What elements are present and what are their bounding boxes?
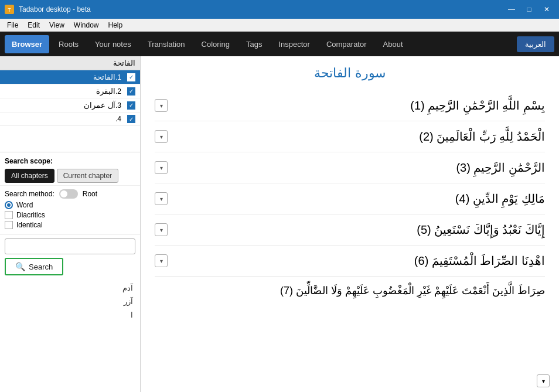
- search-method-label: Search method:: [5, 190, 54, 198]
- current-chapter-button[interactable]: Current chapter: [57, 169, 118, 183]
- diacritics-label: Diacritics: [16, 211, 45, 219]
- verse-dropdown-2[interactable]: ▾: [155, 130, 168, 143]
- search-method-section: Search method: Root Word Diacritics Iden…: [0, 186, 140, 235]
- toggle-knob: [60, 190, 67, 197]
- result-item-2[interactable]: آزر: [0, 295, 140, 308]
- search-scope-section: Search scope: All chapters Current chapt…: [0, 152, 140, 186]
- search-method-row: Search method: Root: [5, 189, 135, 199]
- search-scope-label: Search scope:: [5, 157, 135, 165]
- verse-dropdown-6[interactable]: ▾: [155, 254, 168, 267]
- window-controls: — □ ✕: [504, 4, 554, 15]
- verse-row-6: اهْدِنَا الصِّرَاطَ الْمُسْتَقِيمَ (6) ▾: [155, 246, 545, 277]
- word-radio[interactable]: [5, 201, 13, 209]
- right-panel: سورة الفاتحة بِسْمِ اللَّهِ الرَّحْمَٰنِ…: [141, 56, 559, 392]
- chapter-num-4: 4.: [115, 115, 121, 123]
- chapter-checkbox-1[interactable]: ✓: [127, 73, 135, 81]
- diacritics-checkbox[interactable]: [5, 211, 13, 219]
- chapter-num-3: 3.: [115, 101, 121, 110]
- menu-view[interactable]: View: [45, 20, 69, 30]
- verse-row-2: الْحَمْدُ لِلَّهِ رَبِّ الْعَالَمِينَ (2…: [155, 121, 545, 152]
- verse-text-1: بِسْمِ اللَّهِ الرَّحْمَٰنِ الرَّحِيمِ (…: [175, 96, 545, 115]
- close-button[interactable]: ✕: [539, 4, 554, 15]
- chapter-item-2[interactable]: ✓ 2. البقرة: [0, 84, 140, 98]
- radio-dot: [7, 203, 11, 207]
- nav-browser[interactable]: Browser: [5, 35, 49, 53]
- word-radio-row[interactable]: Word: [5, 201, 135, 209]
- verse-row-5: إِيَّاكَ نَعْبُدُ وَإِيَّاكَ نَسْتَعِينُ…: [155, 214, 545, 246]
- verse-dropdown-1[interactable]: ▾: [155, 99, 168, 112]
- menu-help[interactable]: Help: [104, 20, 128, 30]
- result-item-1[interactable]: آدم: [0, 281, 140, 295]
- root-label: Root: [83, 190, 97, 198]
- search-input[interactable]: [5, 238, 135, 254]
- verse-dropdown-5[interactable]: ▾: [155, 223, 168, 236]
- verse-row-7: صِرَاطَ الَّذِينَ أَنْعَمْتَ عَلَيْهِمْ …: [155, 277, 545, 305]
- main-layout: الفاتحة ✓ 1. الفاتحة ✓ 2. البقرة ✓ 3. آل…: [0, 56, 559, 392]
- search-button[interactable]: 🔍 Search: [5, 258, 63, 275]
- menubar: File Edit View Window Help: [0, 19, 559, 32]
- chapter-item-3[interactable]: ✓ 3. آل عمران: [0, 98, 140, 113]
- all-chapters-button[interactable]: All chapters: [5, 169, 54, 183]
- chapter-name-1: الفاتحة: [5, 73, 115, 81]
- nav-tags[interactable]: Tags: [239, 35, 269, 53]
- root-toggle[interactable]: [59, 189, 78, 199]
- verse-row-1: بِسْمِ اللَّهِ الرَّحْمَٰنِ الرَّحِيمِ (…: [155, 90, 545, 121]
- verse-text-6: اهْدِنَا الصِّرَاطَ الْمُسْتَقِيمَ (6): [175, 251, 545, 270]
- verse-text-5: إِيَّاكَ نَعْبُدُ وَإِيَّاكَ نَسْتَعِينُ…: [175, 220, 545, 239]
- nav-coloring[interactable]: Coloring: [195, 35, 237, 53]
- app-title: Tadabor desktop - beta: [19, 5, 499, 13]
- chapter-checkbox-2[interactable]: ✓: [127, 87, 135, 96]
- chapter-header: الفاتحة: [0, 56, 140, 70]
- chapter-checkbox-3[interactable]: ✓: [127, 101, 135, 110]
- chapter-item-1[interactable]: ✓ 1. الفاتحة: [0, 70, 140, 84]
- identical-checkbox[interactable]: [5, 221, 13, 229]
- verse-dropdown-3[interactable]: ▾: [155, 161, 168, 174]
- identical-label: Identical: [16, 221, 43, 229]
- search-input-area: 🔍 Search: [0, 235, 140, 279]
- chapter-checkbox-4[interactable]: ✓: [127, 115, 135, 123]
- diacritics-row[interactable]: Diacritics: [5, 211, 135, 219]
- menu-window[interactable]: Window: [69, 20, 104, 30]
- bottom-chevron[interactable]: ▾: [537, 374, 550, 387]
- search-btn-label: Search: [29, 263, 53, 271]
- menu-edit[interactable]: Edit: [23, 20, 45, 30]
- arabic-toggle-button[interactable]: العربية: [517, 36, 554, 52]
- result-item-3[interactable]: ا: [0, 308, 140, 322]
- verse-text-2: الْحَمْدُ لِلَّهِ رَبِّ الْعَالَمِينَ (2…: [175, 127, 545, 146]
- nav-comparator[interactable]: Comparator: [319, 35, 374, 53]
- chapter-num-1: 1.: [115, 73, 121, 81]
- minimize-button[interactable]: —: [504, 4, 519, 15]
- identical-row[interactable]: Identical: [5, 221, 135, 229]
- nav-roots[interactable]: Roots: [52, 35, 86, 53]
- verse-row-3: الرَّحْمَٰنِ الرَّحِيمِ (3) ▾: [155, 152, 545, 183]
- menu-file[interactable]: File: [2, 20, 23, 30]
- verse-text-3: الرَّحْمَٰنِ الرَّحِيمِ (3): [175, 158, 545, 177]
- nav-translation[interactable]: Translation: [141, 35, 192, 53]
- chapter-list: ✓ 1. الفاتحة ✓ 2. البقرة ✓ 3. آل عمران ✓…: [0, 70, 140, 152]
- scope-buttons: All chapters Current chapter: [5, 169, 135, 183]
- verse-text-4: مَالِكِ يَوْمِ الدِّينِ (4): [175, 189, 545, 208]
- left-panel: الفاتحة ✓ 1. الفاتحة ✓ 2. البقرة ✓ 3. آل…: [0, 56, 141, 392]
- chapter-item-4[interactable]: ✓ 4.: [0, 113, 140, 126]
- nav-your-notes[interactable]: Your notes: [88, 35, 138, 53]
- surah-title: سورة الفاتحة: [155, 66, 545, 81]
- chapter-name-3: آل عمران: [5, 101, 115, 110]
- verse-row-4: مَالِكِ يَوْمِ الدِّينِ (4) ▾: [155, 183, 545, 214]
- navbar: Browser Roots Your notes Translation Col…: [0, 32, 559, 56]
- search-icon: 🔍: [15, 262, 25, 271]
- word-label: Word: [16, 201, 33, 209]
- titlebar: T Tadabor desktop - beta — □ ✕: [0, 0, 559, 19]
- verse-text-7: صِرَاطَ الَّذِينَ أَنْعَمْتَ عَلَيْهِمْ …: [155, 282, 545, 299]
- results-list: آدم آزر ا: [0, 279, 140, 392]
- nav-inspector[interactable]: Inspector: [271, 35, 316, 53]
- verse-dropdown-4[interactable]: ▾: [155, 192, 168, 205]
- chapter-name-2: البقرة: [5, 87, 115, 96]
- chapter-num-2: 2.: [115, 87, 121, 96]
- quran-content: سورة الفاتحة بِسْمِ اللَّهِ الرَّحْمَٰنِ…: [141, 56, 559, 392]
- maximize-button[interactable]: □: [521, 4, 537, 15]
- nav-about[interactable]: About: [376, 35, 410, 53]
- svg-text:T: T: [8, 7, 11, 13]
- app-icon: T: [5, 5, 14, 14]
